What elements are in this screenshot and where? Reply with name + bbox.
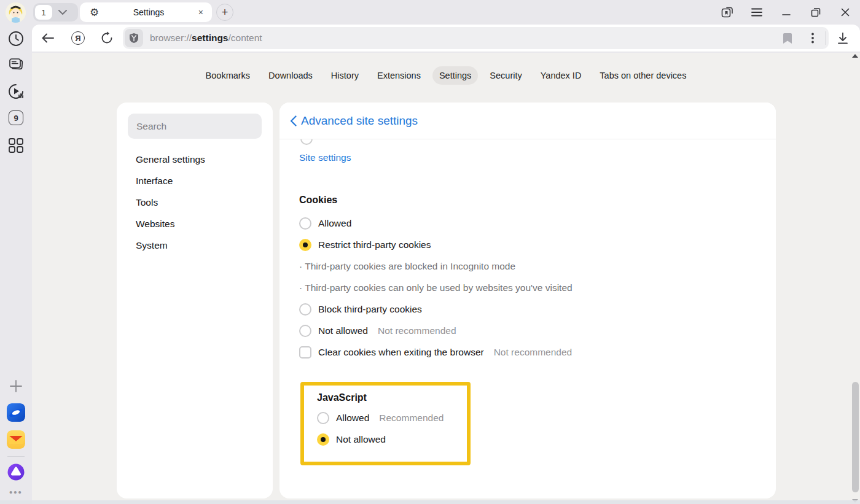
user-avatar[interactable] — [6, 2, 26, 23]
settings-menu-item[interactable]: System — [117, 235, 273, 257]
history-button[interactable] — [0, 31, 32, 47]
top-nav-item[interactable]: History — [324, 66, 366, 85]
option-label: Clear cookies when exiting the browser — [318, 347, 484, 358]
new-tab-button[interactable]: + — [216, 4, 233, 21]
top-nav-item[interactable]: Yandex ID — [534, 66, 588, 85]
option-label: Block third-party cookies — [318, 304, 422, 315]
apps-grid-button[interactable] — [0, 138, 32, 153]
scroll-up-arrow-icon[interactable] — [852, 54, 858, 58]
browser-tab-settings[interactable]: ⚙ Settings × — [80, 2, 212, 22]
search-input[interactable] — [128, 114, 262, 139]
panel-body: Site settings Cookies Allowed Restrict t… — [280, 139, 776, 465]
kebab-menu-icon — [811, 33, 814, 44]
cookies-option-row[interactable]: Not allowed Not recommended — [299, 320, 776, 341]
back-to-settings-button[interactable] — [290, 115, 297, 126]
cookies-option-row[interactable]: Restrict third-party cookies — [299, 234, 776, 255]
settings-menu-item[interactable]: Websites — [117, 214, 273, 235]
top-nav-item[interactable]: Security — [483, 66, 528, 85]
add-panel-button[interactable] — [0, 379, 32, 394]
javascript-option-row[interactable]: Not allowed — [317, 428, 467, 450]
cookies-options: Allowed Restrict third-party cookies · T… — [299, 212, 776, 363]
javascript-heading: JavaScript — [317, 392, 467, 403]
bookmark-this-page-button[interactable] — [783, 33, 792, 44]
mail-app-icon — [7, 430, 25, 449]
shield-icon — [128, 33, 139, 44]
radio-icon[interactable] — [317, 433, 329, 446]
settings-top-nav: Bookmarks Downloads History Extensions S… — [117, 66, 775, 85]
option-label: Allowed — [336, 413, 369, 424]
rail-more-button[interactable]: ••• — [0, 487, 32, 497]
radio-icon[interactable] — [299, 239, 311, 251]
downloads-button[interactable] — [826, 25, 860, 52]
alice-assistant-button[interactable] — [0, 463, 32, 481]
top-nav-item[interactable]: Downloads — [262, 66, 319, 85]
yandex-home-button[interactable]: Я — [66, 25, 90, 52]
javascript-option-row[interactable]: Allowed Recommended — [317, 407, 467, 428]
chevron-down-icon — [58, 10, 67, 15]
panel-header: Advanced site settings — [280, 103, 776, 139]
javascript-section-highlight: JavaScript Allowed Recommended Not allow… — [300, 382, 471, 465]
minimize-icon — [782, 8, 791, 17]
option-label: Not allowed — [336, 434, 386, 445]
yandex-browser-shortcut[interactable] — [0, 403, 32, 422]
feed-button[interactable] — [0, 57, 32, 72]
sidebar-toggle-button[interactable] — [713, 0, 742, 25]
option-label: Not allowed — [318, 325, 368, 336]
tab-group-selector[interactable]: 1 — [33, 3, 78, 21]
minimize-button[interactable] — [772, 0, 801, 25]
plus-icon — [9, 379, 23, 394]
settings-sidebar-panel: General settingsInterfaceToolsWebsitesSy… — [117, 103, 273, 498]
settings-menu-item[interactable]: General settings — [117, 149, 273, 171]
cookies-option-row[interactable]: · Third-party cookies are blocked in Inc… — [299, 255, 776, 277]
grid-apps-icon — [8, 138, 24, 153]
url-text: browser://settings/content — [150, 33, 262, 44]
close-tab-icon[interactable]: × — [198, 7, 203, 17]
radio-icon[interactable] — [299, 325, 311, 337]
pages-feed-icon — [8, 57, 24, 72]
clock-history-icon — [8, 31, 24, 47]
checkbox-icon[interactable] — [299, 346, 311, 359]
settings-menu-item[interactable]: Interface — [117, 171, 273, 192]
url-scheme: browser:// — [150, 33, 192, 43]
browser-menu-button[interactable] — [742, 0, 772, 25]
javascript-options: Allowed Recommended Not allowed — [317, 407, 467, 450]
alice-icon — [7, 463, 25, 481]
option-label: · Third-party cookies are blocked in Inc… — [299, 261, 515, 272]
cookies-option-row[interactable]: · Third-party cookies can only be used b… — [299, 277, 776, 298]
toolbar-more-button[interactable] — [800, 25, 825, 52]
radio-icon[interactable] — [299, 217, 311, 230]
top-nav-item[interactable]: Settings — [432, 66, 478, 85]
site-settings-link-top[interactable]: Site settings — [299, 152, 351, 163]
browser-app-icon — [7, 403, 25, 422]
option-label: · Third-party cookies can only be used b… — [299, 282, 573, 293]
panel-bookmark-icon — [721, 7, 733, 18]
address-bar[interactable]: browser://settings/content — [123, 27, 829, 49]
cookies-heading: Cookies — [299, 195, 776, 206]
yandex-mail-shortcut[interactable] — [0, 430, 32, 449]
back-button[interactable] — [36, 25, 60, 52]
maximize-button[interactable] — [801, 0, 831, 25]
page-title[interactable]: Advanced site settings — [301, 114, 418, 128]
radio-icon[interactable] — [299, 303, 311, 316]
gear-icon: ⚙ — [90, 6, 99, 19]
top-nav-item[interactable]: Tabs on other devices — [593, 66, 693, 85]
cookies-option-row[interactable]: Allowed — [299, 212, 776, 234]
ellipsis-icon: ••• — [9, 487, 23, 497]
radio-icon[interactable] — [317, 412, 329, 424]
settings-content-panel: Advanced site settings Site settings Coo… — [280, 103, 776, 498]
media-button[interactable] — [0, 83, 32, 100]
reload-button[interactable] — [95, 25, 119, 52]
toolbar: Я browser://settings/content — [32, 25, 860, 52]
tabs-count-button[interactable]: 9 — [0, 110, 32, 125]
page-scrollbar[interactable] — [850, 53, 860, 504]
top-nav-item[interactable]: Extensions — [370, 66, 428, 85]
cookies-option-row[interactable]: Block third-party cookies — [299, 298, 776, 320]
close-window-button[interactable] — [831, 0, 860, 25]
top-nav-item[interactable]: Bookmarks — [199, 66, 257, 85]
settings-menu-item[interactable]: Tools — [117, 192, 273, 214]
scrollbar-thumb[interactable] — [852, 382, 859, 492]
protect-badge[interactable] — [125, 29, 143, 47]
cookies-option-row[interactable]: Clear cookies when exiting the browser N… — [299, 341, 776, 363]
avatar-girl-icon — [6, 2, 26, 23]
settings-page: Bookmarks Downloads History Extensions S… — [32, 53, 860, 504]
